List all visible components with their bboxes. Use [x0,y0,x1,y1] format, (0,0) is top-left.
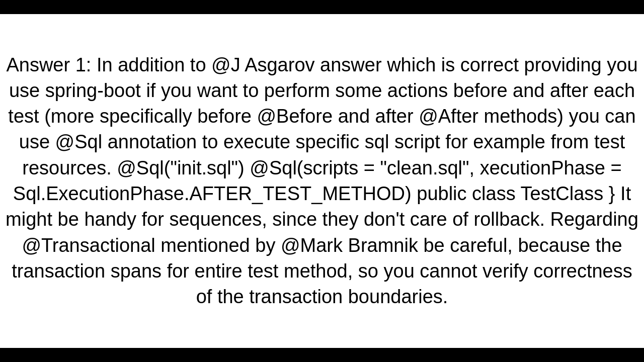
main-content: Answer 1: In addition to @J Asgarov answ… [0,34,644,328]
screen: Answer 1: In addition to @J Asgarov answ… [0,0,644,362]
answer-text: Answer 1: In addition to @J Asgarov answ… [6,54,638,308]
bottom-bar [0,348,644,362]
top-bar [0,0,644,14]
